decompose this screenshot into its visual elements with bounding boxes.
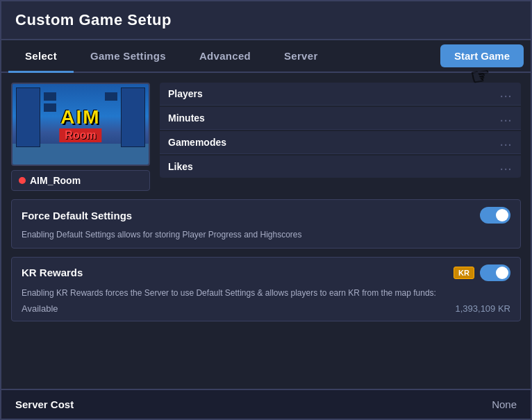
map-stats-list: Players ... Minutes ... Gamemodes ... Li… [160, 83, 521, 191]
server-cost-label: Server Cost [15, 398, 74, 410]
kr-header: KR Rewards KR [22, 264, 510, 281]
server-cost-value: None [492, 398, 517, 410]
stat-value-minutes: ... [500, 112, 513, 124]
tab-advanced[interactable]: Advanced [183, 40, 267, 72]
stat-label-gamemodes: Gamemodes [168, 137, 500, 148]
aim-text: AIM [59, 106, 101, 128]
map-name-row: AIM_Room [11, 170, 150, 191]
tab-select[interactable]: Select [8, 40, 74, 72]
tab-bar: Select Game Settings Advanced Server Sta… [1, 40, 531, 73]
kr-rewards-section: KR Rewards KR Enabling KR Rewards forces… [11, 257, 521, 321]
stat-row-gamemodes: Gamemodes ... [160, 131, 521, 154]
force-default-toggle[interactable] [480, 207, 510, 224]
stat-row-likes: Likes ... [160, 156, 521, 178]
kr-rewards-toggle[interactable] [480, 264, 510, 281]
stat-value-players: ... [500, 88, 513, 99]
force-default-header: Force Default Settings [22, 207, 510, 224]
bottom-bar: Server Cost None [1, 389, 531, 419]
top-section: AIM Room AIM_Room Players ... Minutes ..… [11, 83, 521, 191]
stat-row-players: Players ... [160, 83, 521, 106]
kr-available-row: Available 1,393,109 KR [22, 303, 510, 314]
stat-label-minutes: Minutes [168, 112, 500, 124]
force-default-title: Force Default Settings [22, 210, 132, 221]
kr-available-label: Available [22, 303, 58, 314]
stat-label-likes: Likes [168, 161, 500, 172]
map-status-dot [19, 177, 26, 184]
force-default-description: Enabling Default Settings allows for sto… [22, 229, 510, 241]
modal-title-text: Custom Game Setup [15, 11, 517, 29]
modal-header: Custom Game Setup [1, 1, 531, 40]
force-default-section: Force Default Settings Enabling Default … [11, 199, 521, 249]
kr-description: Enabling KR Rewards forces the Server to… [22, 287, 510, 299]
stat-label-players: Players [168, 88, 500, 99]
room-text: Room [59, 128, 101, 142]
stat-value-likes: ... [500, 161, 513, 172]
map-name-label: AIM_Room [30, 175, 81, 186]
tab-server[interactable]: Server [267, 40, 335, 72]
tab-game-settings[interactable]: Game Settings [74, 40, 183, 72]
kr-badge: KR [454, 267, 474, 279]
stat-row-minutes: Minutes ... [160, 107, 521, 130]
main-content: AIM Room AIM_Room Players ... Minutes ..… [1, 73, 531, 389]
stat-value-gamemodes: ... [500, 137, 513, 148]
start-game-button[interactable]: Start Game [440, 44, 524, 67]
kr-badge-toggle-group: KR [454, 264, 510, 281]
kr-title: KR Rewards [22, 267, 83, 278]
map-thumbnail: AIM Room [11, 83, 150, 166]
map-preview: AIM Room AIM_Room [11, 83, 150, 191]
modal: Custom Game Setup Select Game Settings A… [0, 0, 532, 420]
kr-available-amount: 1,393,109 KR [455, 303, 510, 314]
aim-sign: AIM Room [59, 106, 101, 142]
